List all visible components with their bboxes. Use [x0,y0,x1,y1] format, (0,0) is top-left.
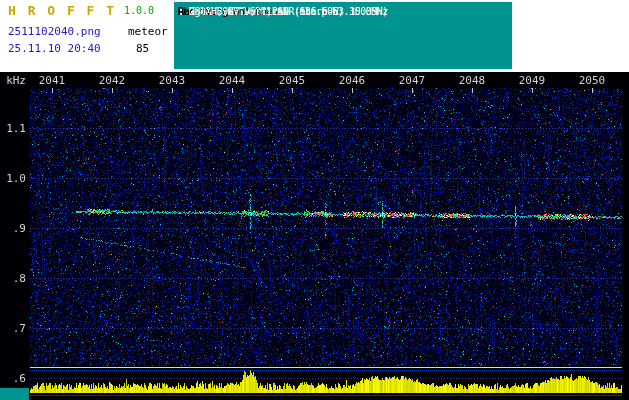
header-bar: H R O F F T 1.0.0 2511102040.png meteor … [0,0,629,72]
hrofft-window: kHz 1.1 1.0 .9 .8 .7 .6 2041 2042 2043 2… [0,0,629,400]
time-tick-label: 2049 [512,74,552,87]
time-tick-label: 2044 [212,74,252,87]
time-tick-label: 2050 [572,74,612,87]
app-title: H R O F F T [8,3,116,18]
time-tick-label: 2047 [392,74,432,87]
freq-tick-label: .9 [0,222,26,235]
time-tick-label: 2048 [452,74,492,87]
output-filename: 2511102040.png [8,25,101,38]
sample-count: 85 [136,42,149,55]
freq-tick-label: 1.1 [0,122,26,135]
time-tick-label: 2045 [272,74,312,87]
time-tick-label: 2041 [32,74,72,87]
time-tick-label: 2046 [332,74,372,87]
freq-axis-unit: kHz [0,74,26,87]
app-version: 1.0.0 [124,5,154,16]
timestamp-label: 25.11.10 20:40 [8,42,101,55]
freq-tick-label: .7 [0,322,26,335]
corner-block [0,388,29,400]
freq-tick-label: .8 [0,272,26,285]
freq-tick-label: 1.0 [0,172,26,185]
station-info-panel: Observer : Takanori Kawachi Receiving Lo… [174,2,512,69]
time-tick-label: 2043 [152,74,192,87]
freq-tick-label: .6 [0,372,26,385]
mode-label: meteor [128,25,168,38]
time-tick-label: 2042 [92,74,132,87]
info-value: : 2el-HB9CV Vertical (el. E-W) [178,4,344,20]
